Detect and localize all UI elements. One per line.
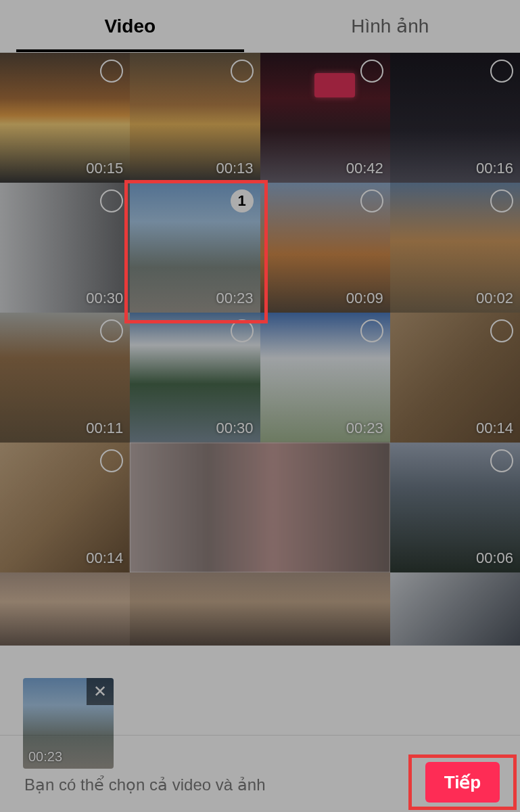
- selection-circle-icon[interactable]: [100, 60, 123, 83]
- video-thumbnail[interactable]: 00:14: [0, 443, 130, 572]
- divider: [0, 735, 520, 736]
- selection-circle-icon[interactable]: [100, 189, 123, 212]
- tab-video[interactable]: Video: [0, 0, 260, 52]
- video-duration: 00:11: [86, 420, 123, 437]
- selected-thumbnail[interactable]: ✕ 00:23: [23, 678, 114, 769]
- video-thumbnail[interactable]: 00:11: [0, 313, 130, 443]
- video-duration: 00:30: [216, 420, 253, 437]
- selection-badge[interactable]: 1: [231, 189, 254, 212]
- video-duration: 00:14: [86, 549, 123, 567]
- video-thumbnail[interactable]: 00:16: [390, 53, 520, 183]
- video-duration: 00:06: [476, 549, 513, 567]
- selection-circle-icon[interactable]: [490, 449, 513, 472]
- media-tabs: Video Hình ảnh: [0, 0, 520, 53]
- video-thumbnail[interactable]: [260, 572, 390, 646]
- selection-circle-icon[interactable]: [100, 449, 123, 472]
- selection-circle-icon[interactable]: [360, 189, 383, 212]
- video-thumbnail[interactable]: 00:30: [130, 313, 260, 443]
- video-thumbnail[interactable]: 00:23: [260, 313, 390, 443]
- footer-hint: Bạn có thể chọn cả video và ảnh: [24, 775, 266, 794]
- video-duration: 00:15: [86, 160, 123, 177]
- video-thumbnail[interactable]: 00:02: [390, 183, 520, 313]
- selection-circle-icon[interactable]: [100, 319, 123, 342]
- video-thumbnail[interactable]: 00:30: [0, 183, 130, 313]
- video-duration: 00:42: [346, 160, 383, 177]
- video-thumbnail[interactable]: 00:15: [0, 53, 130, 183]
- selected-thumbnail-duration: 00:23: [28, 749, 62, 765]
- selection-circle-icon[interactable]: [490, 189, 513, 212]
- video-duration: 00:30: [86, 290, 123, 307]
- selection-circle-icon[interactable]: [231, 319, 254, 342]
- video-thumbnail[interactable]: [0, 572, 130, 646]
- selection-circle-icon[interactable]: [490, 60, 513, 83]
- video-thumbnail[interactable]: [130, 572, 260, 646]
- media-grid: 00:1500:1300:4200:1600:30100:2300:0900:0…: [0, 53, 520, 646]
- video-duration: 00:02: [476, 290, 513, 307]
- video-thumbnail[interactable]: 00:14: [390, 313, 520, 443]
- selection-circle-icon[interactable]: [231, 60, 254, 83]
- video-thumbnail[interactable]: 00:42: [260, 53, 390, 183]
- video-duration: 00:16: [476, 160, 513, 177]
- video-duration: 00:23: [216, 290, 253, 307]
- video-thumbnail[interactable]: [390, 572, 520, 646]
- video-duration: 00:14: [476, 420, 513, 437]
- next-button[interactable]: Tiếp: [425, 762, 500, 803]
- video-duration: 00:13: [216, 160, 253, 177]
- video-thumbnail[interactable]: 00:13: [130, 53, 260, 183]
- video-thumbnail[interactable]: 100:23: [130, 183, 260, 313]
- tab-image[interactable]: Hình ảnh: [260, 0, 521, 52]
- selection-circle-icon[interactable]: [490, 319, 513, 342]
- video-duration: 00:23: [346, 420, 383, 437]
- remove-selection-button[interactable]: ✕: [87, 678, 114, 705]
- selection-circle-icon[interactable]: [360, 319, 383, 342]
- video-thumbnail[interactable]: [130, 443, 390, 572]
- video-thumbnail[interactable]: 00:06: [390, 443, 520, 572]
- video-thumbnail[interactable]: 00:09: [260, 183, 390, 313]
- selection-circle-icon[interactable]: [360, 60, 383, 83]
- video-duration: 00:09: [346, 290, 383, 307]
